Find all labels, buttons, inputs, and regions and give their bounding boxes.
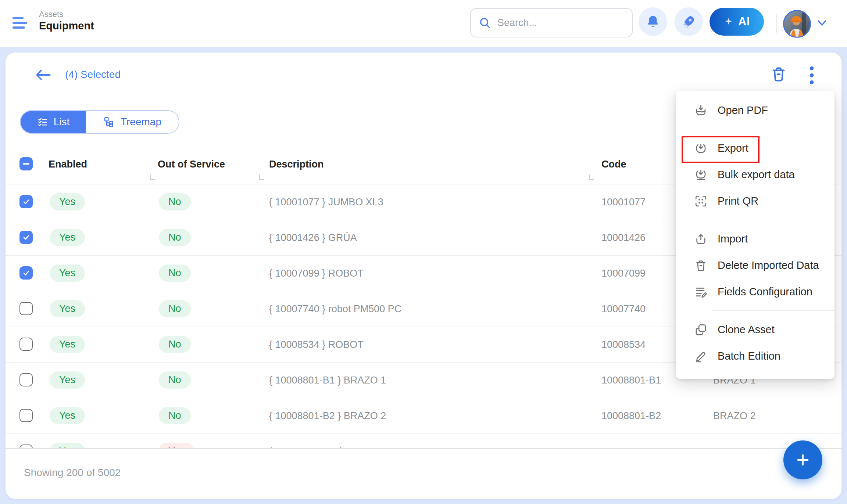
top-bar: Assets Equipment bbox=[0, 0, 847, 47]
search-icon bbox=[479, 17, 491, 29]
notifications-button[interactable] bbox=[639, 7, 667, 36]
description-cell: { 10008801-B2 } BRAZO 2 bbox=[269, 410, 386, 422]
row-checkbox[interactable] bbox=[19, 338, 33, 351]
out-of-service-badge: No bbox=[159, 300, 191, 317]
sparkle-icon bbox=[723, 17, 734, 27]
tab-treemap-view[interactable]: Treemap bbox=[86, 111, 179, 133]
code-cell: 10007740 bbox=[601, 303, 646, 315]
context-menu: Open PDFExportBulk export dataPrint QRIm… bbox=[676, 91, 835, 379]
enabled-badge: Yes bbox=[50, 193, 85, 210]
menu-item-bulk-export-data[interactable]: Bulk export data bbox=[676, 161, 835, 188]
row-checkbox[interactable] bbox=[19, 373, 33, 386]
back-arrow-icon bbox=[34, 68, 53, 82]
column-resize-handle[interactable] bbox=[150, 174, 155, 180]
code-cell: 10008801-F-J bbox=[601, 446, 663, 449]
menu-item-label: Export bbox=[718, 142, 748, 154]
view-toggle: List Treemap bbox=[20, 110, 179, 134]
column-header-code[interactable]: Code bbox=[601, 159, 626, 170]
code-cell: 10001426 bbox=[601, 232, 646, 244]
row-checkbox[interactable] bbox=[19, 195, 33, 208]
more-options-button[interactable] bbox=[806, 66, 817, 84]
ai-button[interactable]: AI bbox=[710, 8, 764, 36]
menu-divider bbox=[712, 129, 835, 129]
description-cell: { 10007740 } robot PM500 PC bbox=[269, 303, 401, 315]
add-asset-button[interactable] bbox=[783, 440, 822, 479]
row-checkbox[interactable] bbox=[19, 409, 33, 422]
qr-code-icon bbox=[694, 194, 708, 208]
selected-count-label[interactable]: (4) Selected bbox=[65, 69, 121, 80]
code-cell: 10008534 bbox=[601, 339, 646, 350]
menu-item-clone-asset[interactable]: Clone Asset bbox=[676, 316, 835, 343]
menu-divider bbox=[712, 220, 835, 220]
out-of-service-badge: No bbox=[159, 229, 191, 246]
row-count-label: Showing 200 of 5002 bbox=[24, 467, 121, 479]
select-all-checkbox[interactable] bbox=[19, 157, 33, 170]
bulk-export-icon bbox=[694, 168, 708, 181]
table-row: YesYes{ 10008801-F-J } JUMBO TAMROCK DT8… bbox=[6, 434, 841, 449]
search-box[interactable] bbox=[470, 8, 633, 37]
search-input[interactable] bbox=[497, 17, 624, 29]
menu-item-fields-configuration[interactable]: Fields Configuration bbox=[676, 278, 835, 305]
column-header-description[interactable]: Description bbox=[269, 159, 324, 170]
breadcrumb: Assets bbox=[39, 10, 63, 19]
tab-list-label: List bbox=[54, 116, 70, 128]
out-of-service-badge: No bbox=[159, 407, 191, 424]
menu-item-label: Import bbox=[718, 233, 748, 245]
treemap-icon bbox=[103, 116, 115, 128]
menu-item-open-pdf[interactable]: Open PDF bbox=[676, 97, 835, 123]
enabled-badge: Yes bbox=[50, 371, 85, 389]
menu-item-export[interactable]: Export bbox=[676, 135, 835, 161]
bell-icon bbox=[646, 14, 660, 29]
pencil-icon bbox=[694, 349, 708, 363]
out-of-service-badge: No bbox=[159, 336, 191, 353]
column-resize-handle[interactable] bbox=[259, 174, 264, 180]
avatar[interactable] bbox=[783, 10, 811, 38]
menu-item-label: Bulk export data bbox=[718, 169, 795, 181]
column-header-out-of-service[interactable]: Out of Service bbox=[158, 159, 225, 170]
menu-item-batch-edition[interactable]: Batch Edition bbox=[676, 343, 835, 369]
menu-divider bbox=[712, 310, 835, 311]
row-checkbox[interactable] bbox=[19, 266, 33, 280]
out-of-service-badge: No bbox=[159, 193, 191, 210]
description-cell: { 10008534 } ROBOT bbox=[269, 339, 364, 350]
trash-icon bbox=[694, 259, 708, 272]
menu-item-label: Clone Asset bbox=[718, 324, 775, 336]
menu-item-import[interactable]: Import bbox=[676, 226, 835, 252]
row-checkbox[interactable] bbox=[19, 444, 33, 449]
avatar-image bbox=[784, 11, 810, 37]
import-upload-icon bbox=[694, 232, 708, 246]
export-download-icon bbox=[694, 141, 708, 155]
out-of-service-badge: Yes bbox=[159, 443, 194, 449]
code-cell: 10008801-B2 bbox=[601, 410, 661, 422]
header-divider bbox=[776, 14, 777, 33]
delete-selected-button[interactable] bbox=[770, 65, 787, 83]
column-resize-handle[interactable] bbox=[589, 174, 594, 180]
ai-button-label: AI bbox=[738, 15, 750, 28]
menu-item-print-qr[interactable]: Print QR bbox=[676, 188, 835, 214]
enabled-badge: Yes bbox=[50, 229, 85, 246]
row-checkbox[interactable] bbox=[19, 231, 33, 244]
hamburger-menu-icon[interactable] bbox=[12, 17, 29, 31]
row-checkbox[interactable] bbox=[19, 302, 33, 315]
chevron-down-icon[interactable] bbox=[816, 19, 828, 29]
open-pdf-icon bbox=[694, 104, 708, 117]
tab-list-view[interactable]: List bbox=[21, 111, 86, 133]
kebab-icon bbox=[809, 66, 814, 85]
back-button[interactable] bbox=[34, 68, 53, 82]
description-cell: { 10007099 } ROBOT bbox=[269, 268, 364, 279]
code-cell: 10007099 bbox=[601, 268, 646, 279]
whats-new-button[interactable] bbox=[674, 7, 703, 36]
enabled-badge: Yes bbox=[50, 443, 85, 449]
menu-item-delete-imported-data[interactable]: Delete Imported Data bbox=[676, 252, 835, 278]
enabled-badge: Yes bbox=[50, 300, 85, 317]
description-cell: { 10008801-F-J } JUMBO TAMROCK DT821 bbox=[269, 446, 465, 449]
fields-configuration-icon bbox=[694, 285, 708, 299]
enabled-badge: Yes bbox=[50, 407, 85, 424]
column-header-enabled[interactable]: Enabled bbox=[49, 159, 87, 170]
out-of-service-badge: No bbox=[159, 371, 191, 389]
description-cell: { 10008801-B1 } BRAZO 1 bbox=[269, 375, 386, 386]
clone-icon bbox=[694, 323, 708, 336]
out-of-service-badge: No bbox=[159, 264, 191, 282]
tab-treemap-label: Treemap bbox=[121, 116, 161, 128]
menu-item-label: Batch Edition bbox=[718, 350, 780, 362]
